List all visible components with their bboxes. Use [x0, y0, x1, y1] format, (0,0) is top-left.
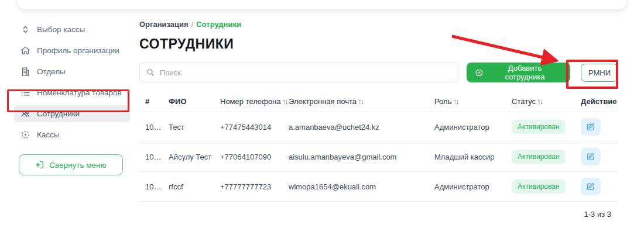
list-icon: [20, 88, 30, 98]
column-header-email[interactable]: Электронная почта↑↓: [289, 97, 434, 106]
collapse-menu-label: Свернуть меню: [49, 161, 106, 170]
cell-status: Активирован: [512, 150, 581, 164]
rmni-button[interactable]: РМНИ: [581, 64, 618, 82]
sidebar-item-profil-organizacii[interactable]: Профиль организации: [18, 42, 130, 59]
column-header-phone[interactable]: Номер телефона↑↓: [220, 97, 289, 106]
cell-fio: rfccf: [169, 182, 220, 191]
column-header-id: #: [145, 97, 169, 106]
column-header-action: Действие: [581, 97, 618, 106]
cell-role: Младший кассир: [434, 153, 512, 161]
cell-role: Администратор: [434, 123, 512, 132]
building-icon: [20, 67, 30, 77]
breadcrumb-separator: /: [191, 20, 194, 29]
cell-phone: +77064107090: [220, 153, 289, 161]
edit-icon: [586, 122, 595, 132]
sidebar-item-label: Выбор кассы: [37, 25, 85, 34]
add-employee-label: Добавить сотрудника: [488, 64, 562, 81]
cell-action: [581, 118, 618, 136]
sidebar: Выбор кассы Профиль организации Отделы Н…: [18, 21, 130, 175]
sort-icon[interactable]: ↑↓: [453, 98, 458, 105]
status-badge: Активирован: [512, 150, 566, 164]
plus-circle-icon: [475, 68, 484, 77]
sidebar-item-label: Кассы: [37, 130, 60, 139]
edit-button[interactable]: [581, 178, 601, 195]
edit-icon: [586, 182, 595, 191]
breadcrumb-current: Сотрудники: [196, 20, 241, 29]
cell-status: Активирован: [512, 179, 581, 193]
edit-button[interactable]: [581, 148, 601, 165]
sidebar-item-label: Отделы: [37, 67, 66, 76]
edit-icon: [586, 152, 595, 161]
cell-email: aisulu.amanbayeva@gmail.com: [289, 153, 434, 161]
cell-id: 10149: [145, 182, 169, 191]
cell-id: 10146: [145, 153, 169, 161]
cell-status: Активирован: [512, 120, 581, 134]
page-title: СОТРУДНИКИ: [139, 36, 618, 52]
sidebar-item-otdely[interactable]: Отделы: [18, 63, 130, 80]
cell-email: wimopa1654@ekuali.com: [289, 182, 434, 191]
cell-fio: Айсулу Тест: [169, 153, 220, 161]
people-icon: [20, 109, 30, 119]
sidebar-item-label: Сотрудники: [37, 109, 80, 118]
sort-icon[interactable]: ↑↓: [358, 98, 364, 105]
status-badge: Активирован: [512, 179, 566, 193]
main-content: Организация/Сотрудники СОТРУДНИКИ Добави…: [139, 20, 618, 219]
sidebar-item-sotrudniki[interactable]: Сотрудники: [14, 105, 130, 122]
cell-fio: Тест: [169, 123, 220, 132]
breadcrumb-parent[interactable]: Организация: [139, 20, 189, 29]
toolbar: Добавить сотрудника РМНИ: [139, 63, 618, 82]
collapse-menu-icon: [35, 160, 44, 170]
cell-phone: +77777777723: [220, 182, 289, 191]
table-row: 10146 Айсулу Тест +77064107090 aisulu.am…: [139, 142, 618, 172]
edit-button[interactable]: [581, 118, 601, 136]
add-employee-button[interactable]: Добавить сотрудника: [467, 63, 570, 82]
sidebar-item-label: Профиль организации: [37, 46, 119, 55]
cell-role: Администратор: [434, 182, 512, 191]
search-input[interactable]: [139, 63, 458, 82]
cell-action: [581, 178, 618, 195]
collapse-menu-button[interactable]: Свернуть меню: [19, 154, 123, 175]
sidebar-item-vybor-kassy[interactable]: Выбор кассы: [18, 21, 130, 38]
table-row: 10149 rfccf +77777777723 wimopa1654@ekua…: [139, 172, 618, 202]
cell-phone: +77475443014: [220, 123, 289, 132]
status-badge: Активирован: [512, 120, 566, 134]
unfold-icon: [20, 25, 30, 34]
sidebar-item-kassy[interactable]: Кассы: [18, 126, 130, 143]
search-icon: [146, 68, 155, 77]
top-bar: [18, 0, 626, 9]
sidebar-item-nomenklatura-tovarov[interactable]: Номенклатура товаров: [18, 84, 130, 101]
column-header-status[interactable]: Статус↑↓: [512, 97, 581, 106]
cell-email: a.amanbaeva@uchet24.kz: [289, 123, 434, 132]
sort-icon[interactable]: ↑↓: [537, 98, 543, 105]
table-header-row: # ФИО Номер телефона↑↓ Электронная почта…: [139, 91, 618, 112]
sort-icon[interactable]: ↑↓: [282, 98, 287, 105]
home-icon: [20, 46, 30, 56]
search-field-wrap: [139, 63, 458, 82]
employees-table: # ФИО Номер телефона↑↓ Электронная почта…: [139, 91, 618, 219]
target-icon: [20, 130, 30, 140]
table-row: 10145 Тест +77475443014 a.amanbaeva@uche…: [139, 112, 618, 142]
sidebar-item-label: Номенклатура товаров: [37, 88, 122, 97]
pagination-label: 1-3 из 3: [139, 210, 618, 219]
cell-id: 10145: [145, 123, 169, 132]
column-header-fio: ФИО: [169, 97, 220, 106]
column-header-role[interactable]: Роль↑↓: [434, 97, 512, 106]
breadcrumb: Организация/Сотрудники: [139, 20, 618, 29]
cell-action: [581, 148, 618, 165]
